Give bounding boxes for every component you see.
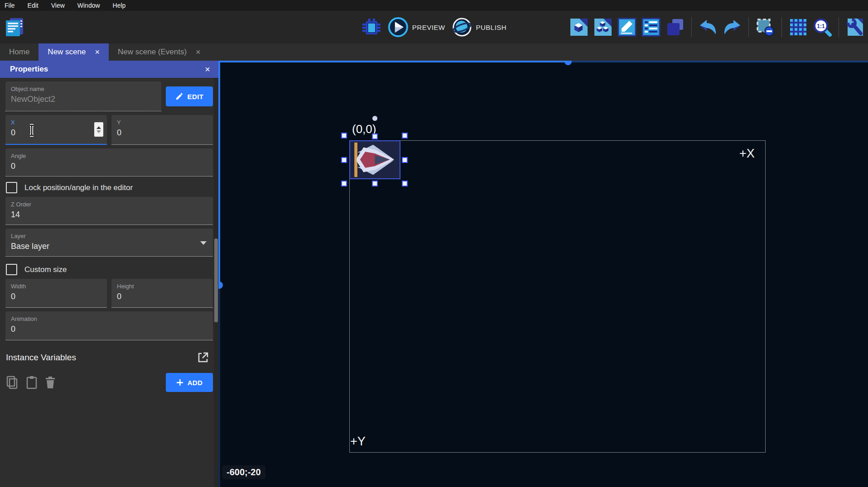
zoom-original-button[interactable]: 1:1 [812, 17, 832, 37]
y-position-field[interactable]: Y 0 [111, 115, 213, 145]
spinner-up-icon[interactable] [96, 126, 101, 129]
canvas-vscrollbar[interactable] [218, 285, 220, 487]
canvas-hscrollbar[interactable] [568, 61, 868, 62]
debug-button[interactable] [362, 17, 381, 37]
menu-file[interactable]: File [5, 2, 15, 9]
resize-handle-bottom-center[interactable] [372, 181, 378, 186]
project-manager-icon [4, 17, 25, 38]
rotate-handle[interactable] [372, 116, 377, 121]
edit-button-label: EDIT [188, 93, 204, 100]
resize-handle-bottom-right[interactable] [402, 181, 408, 186]
menu-window[interactable]: Window [77, 2, 100, 9]
animation-field[interactable]: Animation 0 [5, 311, 213, 340]
resize-handle-middle-left[interactable] [341, 157, 347, 163]
debug-icon [362, 17, 381, 37]
preview-button[interactable]: PREVIEW [388, 17, 445, 38]
grid-icon [788, 17, 808, 37]
lock-position-label: Lock position/angle in the editor [24, 183, 133, 192]
menu-edit[interactable]: Edit [28, 2, 39, 9]
deselect-all-button[interactable] [755, 17, 775, 37]
close-tab-icon[interactable]: × [196, 48, 201, 56]
edit-object-button[interactable]: EDIT [166, 86, 213, 106]
paste-variables-button[interactable] [26, 376, 38, 389]
canvas-hscrollbar-range[interactable] [218, 61, 568, 62]
publish-globe-icon [451, 17, 472, 38]
layer-select[interactable]: Layer Base layer [5, 229, 213, 257]
delete-variables-button[interactable] [45, 376, 56, 389]
object-name-label: Object name [11, 86, 156, 92]
spaceship-sprite [350, 141, 400, 178]
animation-field-label: Animation [11, 315, 207, 322]
width-field-value: 0 [11, 292, 101, 301]
add-variable-button[interactable]: ADD [166, 373, 213, 392]
y-axis-label: +Y [350, 434, 366, 449]
toolbar-center: PREVIEW PUBLISH [362, 11, 506, 43]
panel-title: Properties [10, 65, 48, 74]
resize-handle-top-center[interactable] [372, 134, 378, 139]
layer-field-label: Layer [11, 233, 207, 239]
gdevelop-app: File Edit View Window Help [0, 0, 868, 487]
plus-icon [176, 379, 183, 386]
panel-scrollbar-thumb[interactable] [214, 239, 218, 322]
z-order-field[interactable]: Z Order 14 [5, 197, 213, 225]
content-area: Properties × Object name NewObject2 EDIT [0, 61, 868, 487]
canvas-vscrollbar-range[interactable] [218, 61, 220, 285]
custom-size-checkbox-row[interactable]: Custom size [6, 264, 213, 275]
project-manager-button[interactable] [4, 16, 25, 38]
publish-button[interactable]: PUBLISH [451, 17, 506, 38]
open-instances-list-button[interactable] [641, 17, 661, 37]
lock-position-checkbox-row[interactable]: Lock position/angle in the editor [6, 182, 213, 193]
redo-button[interactable] [722, 17, 742, 37]
tab-home[interactable]: Home [0, 43, 39, 61]
copy-variables-button[interactable] [6, 376, 19, 389]
close-panel-icon[interactable]: × [205, 64, 210, 75]
preview-label: PREVIEW [412, 24, 445, 31]
angle-field-label: Angle [11, 153, 207, 159]
layers-editor-icon [665, 17, 685, 37]
add-button-label: ADD [188, 379, 203, 387]
toolbar-separator [748, 17, 749, 37]
properties-editor-icon [617, 17, 637, 37]
selected-sprite-instance[interactable] [349, 140, 400, 179]
undo-button[interactable] [698, 17, 718, 37]
toolbar-separator [839, 17, 839, 37]
editor-settings-button[interactable] [845, 17, 865, 37]
variables-actions-row: ADD [6, 373, 213, 392]
y-field-value: 0 [117, 128, 207, 138]
menu-help[interactable]: Help [113, 2, 126, 9]
width-field[interactable]: Width 0 [5, 279, 107, 308]
custom-size-checkbox[interactable] [6, 264, 17, 275]
resize-handle-top-left[interactable] [341, 133, 347, 138]
paste-icon [26, 376, 38, 389]
deselect-icon [755, 17, 775, 37]
objects-editor-icon [569, 17, 589, 37]
open-properties-panel-button[interactable] [617, 17, 637, 37]
resize-handle-bottom-left[interactable] [341, 181, 347, 186]
object-name-value: NewObject2 [11, 95, 156, 104]
menu-view[interactable]: View [51, 2, 65, 9]
open-objects-editor-button[interactable] [569, 17, 589, 37]
preview-play-icon [388, 17, 409, 38]
height-field[interactable]: Height 0 [111, 279, 213, 308]
angle-field[interactable]: Angle 0 [5, 148, 213, 177]
lock-position-checkbox[interactable] [6, 182, 17, 193]
x-field-spinner[interactable] [94, 122, 103, 137]
resize-handle-top-right[interactable] [402, 133, 408, 138]
close-tab-icon[interactable]: × [95, 48, 100, 56]
toggle-grid-button[interactable] [788, 17, 808, 37]
tab-label: Home [9, 48, 29, 57]
canvas-hscrollbar-handle[interactable] [564, 61, 572, 65]
scene-editor-canvas[interactable]: (0,0) +X +Y [218, 61, 868, 487]
cursor-coordinates-badge: -600;-20 [222, 465, 265, 479]
instance-variables-header: Instance Variables [6, 351, 209, 364]
tab-new-scene[interactable]: New scene × [39, 43, 109, 61]
canvas-vscrollbar-handle[interactable] [218, 282, 223, 289]
open-layers-editor-button[interactable] [665, 17, 685, 37]
x-position-field[interactable]: X 0 [5, 115, 107, 145]
spinner-down-icon[interactable] [96, 130, 101, 133]
tab-new-scene-events[interactable]: New scene (Events) × [109, 43, 210, 61]
open-variables-dialog-button[interactable] [197, 351, 209, 364]
panel-scrollbar[interactable] [214, 78, 218, 487]
open-object-groups-button[interactable] [593, 17, 613, 37]
resize-handle-middle-right[interactable] [402, 157, 408, 163]
